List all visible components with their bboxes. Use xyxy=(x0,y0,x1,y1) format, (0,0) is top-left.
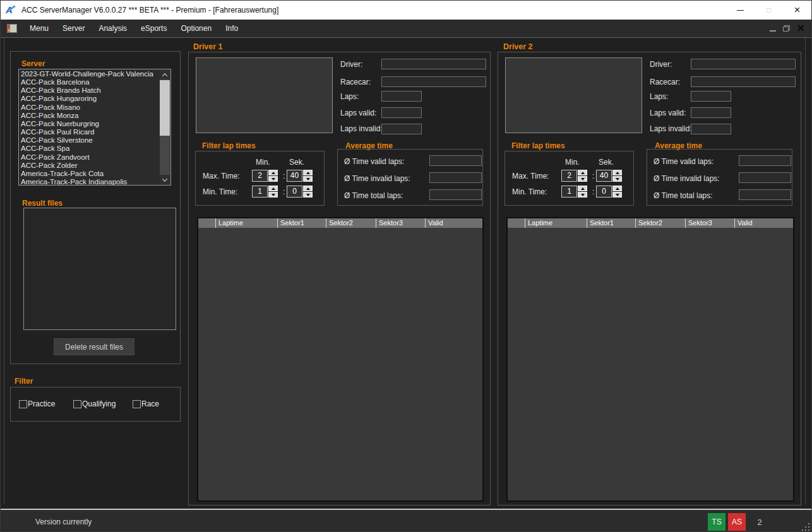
col-sektor1[interactable]: Sektor1 xyxy=(277,218,326,228)
min-time-seconds-spinner[interactable]: 0 xyxy=(287,186,313,198)
spin-up-icon[interactable] xyxy=(578,170,587,175)
avg-invalid-input[interactable] xyxy=(739,172,791,183)
min-time-minutes-value[interactable]: 1 xyxy=(252,186,268,198)
avg-valid-input[interactable] xyxy=(429,155,482,166)
mdi-restore-icon[interactable] xyxy=(783,25,790,32)
server-list-item[interactable]: ACC-Pack Brands Hatch xyxy=(21,86,158,95)
qualifying-checkbox[interactable] xyxy=(73,400,81,408)
ts-status-badge[interactable]: TS xyxy=(708,513,725,531)
close-button[interactable]: × xyxy=(783,1,811,20)
scrollbar-thumb[interactable] xyxy=(160,80,170,136)
min-time-minutes-spinner[interactable]: 1 xyxy=(561,186,587,198)
menu-item-server[interactable]: Server xyxy=(56,21,92,36)
spin-up-icon[interactable] xyxy=(268,170,278,175)
server-list-item[interactable]: America-Track-Pack Indianapolis xyxy=(21,178,158,186)
racecar-input[interactable] xyxy=(381,76,486,87)
col-rowheader[interactable] xyxy=(198,218,215,228)
resize-grip[interactable] xyxy=(801,523,809,531)
spin-down-icon[interactable] xyxy=(612,176,622,182)
menu-item-info[interactable]: Info xyxy=(218,21,245,36)
max-time-seconds-value[interactable]: 40 xyxy=(287,170,302,182)
spin-up-icon[interactable] xyxy=(303,186,313,191)
server-list-item[interactable]: ACC-Pack Misano xyxy=(21,103,158,112)
menu-item-analysis[interactable]: Analysis xyxy=(92,21,134,36)
col-sektor3[interactable]: Sektor3 xyxy=(685,218,734,228)
min-time-seconds-value[interactable]: 0 xyxy=(596,186,612,198)
menu-item-esports[interactable]: eSports xyxy=(134,21,174,36)
col-laptime[interactable]: Laptime xyxy=(215,218,277,228)
max-time-minutes-value[interactable]: 2 xyxy=(561,170,577,182)
avg-invalid-input[interactable] xyxy=(429,172,482,183)
max-time-minutes-value[interactable]: 2 xyxy=(252,170,268,182)
laps-invalid-input[interactable] xyxy=(691,124,731,134)
min-time-minutes-spinner[interactable]: 1 xyxy=(252,186,278,198)
server-list-item[interactable]: ACC-Pack Spa xyxy=(21,145,158,153)
server-list-item[interactable]: ACC-Pack Monza xyxy=(21,112,158,120)
col-sektor1[interactable]: Sektor1 xyxy=(587,218,635,228)
avg-valid-input[interactable] xyxy=(739,155,791,166)
min-time-seconds-spinner[interactable]: 0 xyxy=(596,186,622,198)
server-listbox[interactable]: 2023-GT-World-Challenge-Pack Valencia AC… xyxy=(18,69,171,186)
avg-total-input[interactable] xyxy=(429,189,482,200)
mdi-close-icon[interactable]: ✕ xyxy=(797,23,805,33)
spin-up-icon[interactable] xyxy=(612,186,622,191)
spin-down-icon[interactable] xyxy=(303,176,313,182)
col-rowheader[interactable] xyxy=(508,218,525,228)
spin-down-icon[interactable] xyxy=(303,192,313,198)
server-list-item[interactable]: ACC-Pack Paul Ricard xyxy=(21,128,158,136)
spin-down-icon[interactable] xyxy=(612,192,622,198)
server-list-scrollbar[interactable] xyxy=(160,70,170,184)
result-files-listbox[interactable] xyxy=(23,208,176,330)
mdi-minimize-icon[interactable] xyxy=(770,30,776,32)
min-time-minutes-value[interactable]: 1 xyxy=(561,186,577,198)
server-list-item[interactable]: ACC-Pack Barcelona xyxy=(21,78,158,86)
server-list-item[interactable]: 2023-GT-World-Challenge-Pack Valencia xyxy=(21,70,158,78)
spin-down-icon[interactable] xyxy=(578,192,587,198)
max-time-seconds-spinner[interactable]: 40 xyxy=(287,170,313,182)
max-time-seconds-spinner[interactable]: 40 xyxy=(596,170,622,182)
spin-up-icon[interactable] xyxy=(268,186,278,191)
driver-name-input[interactable] xyxy=(381,59,486,69)
server-list-item[interactable]: ACC-Pack Nuerburgring xyxy=(21,120,158,128)
max-time-minutes-spinner[interactable]: 2 xyxy=(561,170,587,182)
delete-result-files-button[interactable]: Delete result files xyxy=(54,338,134,355)
col-valid[interactable]: Valid xyxy=(734,218,793,228)
server-list-item[interactable]: America-Track-Pack Cota xyxy=(21,170,158,178)
driver1-laps-table[interactable]: Laptime Sektor1 Sektor2 Sektor3 Valid xyxy=(197,217,484,502)
racecar-input[interactable] xyxy=(691,76,796,87)
minimize-button[interactable] xyxy=(726,1,755,20)
practice-checkbox[interactable] xyxy=(19,400,27,408)
max-time-seconds-value[interactable]: 40 xyxy=(596,170,612,182)
scroll-down-icon[interactable] xyxy=(160,175,170,184)
spin-up-icon[interactable] xyxy=(578,186,587,191)
laps-input[interactable] xyxy=(381,91,422,102)
avg-total-input[interactable] xyxy=(739,189,791,200)
laps-valid-input[interactable] xyxy=(691,107,731,118)
race-checkbox[interactable] xyxy=(133,400,141,408)
menu-item-menu[interactable]: Menu xyxy=(23,21,56,36)
spin-up-icon[interactable] xyxy=(612,170,622,175)
col-sektor3[interactable]: Sektor3 xyxy=(376,218,425,228)
laps-invalid-input[interactable] xyxy=(381,124,422,134)
server-list-item[interactable]: ACC-Pack Hungaroring xyxy=(21,95,158,103)
col-sektor2[interactable]: Sektor2 xyxy=(635,218,685,228)
server-list-item[interactable]: ACC-Pack Silverstone xyxy=(21,136,158,145)
max-time-minutes-spinner[interactable]: 2 xyxy=(252,170,278,182)
driver2-laps-table[interactable]: Laptime Sektor1 Sektor2 Sektor3 Valid xyxy=(506,217,794,502)
spin-up-icon[interactable] xyxy=(303,170,313,175)
col-valid[interactable]: Valid xyxy=(425,218,482,228)
spin-down-icon[interactable] xyxy=(268,176,278,182)
maximize-button[interactable]: □ xyxy=(755,1,783,20)
server-list-item[interactable]: ACC-Pack Zandvoort xyxy=(21,153,158,162)
laps-input[interactable] xyxy=(691,91,731,102)
col-laptime[interactable]: Laptime xyxy=(525,218,587,228)
spin-down-icon[interactable] xyxy=(578,176,587,182)
spin-down-icon[interactable] xyxy=(268,192,278,198)
laps-valid-input[interactable] xyxy=(381,107,422,118)
min-time-seconds-value[interactable]: 0 xyxy=(287,186,302,198)
col-sektor2[interactable]: Sektor2 xyxy=(326,218,376,228)
scroll-up-icon[interactable] xyxy=(160,70,170,80)
as-status-badge[interactable]: AS xyxy=(728,513,746,531)
driver-name-input[interactable] xyxy=(691,59,796,69)
server-list-item[interactable]: ACC-Pack Zolder xyxy=(21,162,158,170)
